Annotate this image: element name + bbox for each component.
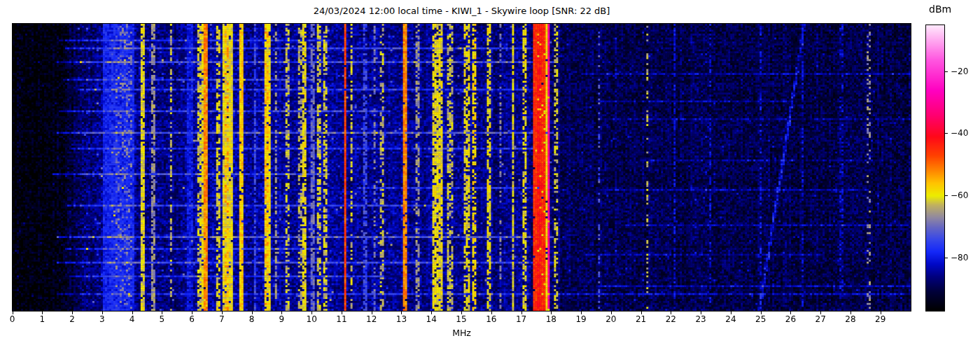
x-tick-label: 25: [749, 314, 773, 324]
x-tick-label: 14: [419, 314, 443, 324]
x-tick-mark: [281, 312, 282, 314]
colorbar-tick-label: −20: [951, 66, 968, 77]
x-tick-label: 27: [808, 314, 832, 324]
x-tick-label: 12: [360, 314, 384, 324]
x-tick-label: 20: [599, 314, 623, 324]
x-tick-mark: [641, 312, 642, 314]
x-tick-label: 5: [150, 314, 174, 324]
x-tick-label: 11: [330, 314, 354, 324]
x-tick-label: 3: [90, 314, 114, 324]
x-tick-mark: [881, 312, 881, 314]
x-tick-mark: [342, 312, 342, 314]
colorbar-unit-label: dBm: [929, 4, 951, 15]
x-tick-mark: [162, 312, 162, 314]
x-tick-label: 0: [1, 314, 24, 324]
x-tick-label: 26: [778, 314, 802, 324]
x-tick-mark: [551, 312, 552, 314]
x-tick-mark: [72, 312, 73, 314]
x-tick-mark: [850, 312, 851, 314]
x-tick-mark: [790, 312, 791, 314]
x-tick-label: 8: [240, 314, 264, 324]
colorbar-tick-mark: [945, 258, 948, 258]
x-tick-mark: [820, 312, 821, 314]
x-tick-mark: [461, 312, 462, 314]
x-tick-mark: [671, 312, 671, 314]
chart-title: 24/03/2024 12:00 local time - KIWI_1 - S…: [12, 5, 911, 18]
colorbar-tick-label: −40: [951, 127, 968, 139]
x-tick-mark: [102, 312, 103, 314]
x-tick-label: 18: [539, 314, 563, 324]
spectrogram-canvas: [13, 24, 911, 311]
x-tick-label: 15: [449, 314, 473, 324]
x-tick-label: 23: [689, 314, 713, 324]
x-tick-label: 16: [479, 314, 503, 324]
colorbar: [925, 24, 945, 312]
x-tick-mark: [522, 312, 522, 314]
x-tick-mark: [491, 312, 492, 314]
x-tick-mark: [42, 312, 43, 314]
colorbar-tick-mark: [945, 71, 948, 72]
x-tick-label: 7: [210, 314, 234, 324]
x-tick-label: 6: [180, 314, 204, 324]
x-tick-label: 9: [270, 314, 293, 324]
x-tick-label: 24: [719, 314, 743, 324]
x-tick-label: 21: [629, 314, 653, 324]
x-tick-label: 10: [300, 314, 323, 324]
x-tick-mark: [701, 312, 701, 314]
x-tick-label: 28: [839, 314, 862, 324]
x-tick-label: 4: [120, 314, 144, 324]
x-tick-mark: [731, 312, 732, 314]
x-tick-label: 17: [510, 314, 533, 324]
x-tick-mark: [611, 312, 612, 314]
x-tick-mark: [431, 312, 432, 314]
x-tick-mark: [252, 312, 253, 314]
x-tick-mark: [312, 312, 312, 314]
x-tick-label: 19: [569, 314, 593, 324]
x-tick-mark: [581, 312, 582, 314]
x-tick-mark: [761, 312, 762, 314]
x-tick-label: 22: [659, 314, 682, 324]
x-tick-mark: [132, 312, 133, 314]
colorbar-tick-mark: [945, 133, 948, 134]
x-tick-mark: [401, 312, 402, 314]
x-tick-label: 2: [60, 314, 84, 324]
spectrogram-figure: 24/03/2024 12:00 local time - KIWI_1 - S…: [0, 0, 980, 350]
x-tick-mark: [192, 312, 192, 314]
colorbar-tick-label: −80: [951, 252, 968, 263]
x-tick-mark: [13, 312, 13, 314]
x-tick-label: 29: [869, 314, 892, 324]
x-tick-mark: [372, 312, 372, 314]
x-axis-label: MHz: [12, 328, 911, 338]
x-tick-label: 1: [30, 314, 54, 324]
x-tick-mark: [222, 312, 223, 314]
colorbar-tick-mark: [945, 195, 948, 196]
colorbar-canvas: [926, 25, 944, 311]
colorbar-tick-label: −60: [951, 190, 968, 201]
spectrogram-plot-area: [12, 23, 911, 312]
x-tick-label: 13: [389, 314, 413, 324]
